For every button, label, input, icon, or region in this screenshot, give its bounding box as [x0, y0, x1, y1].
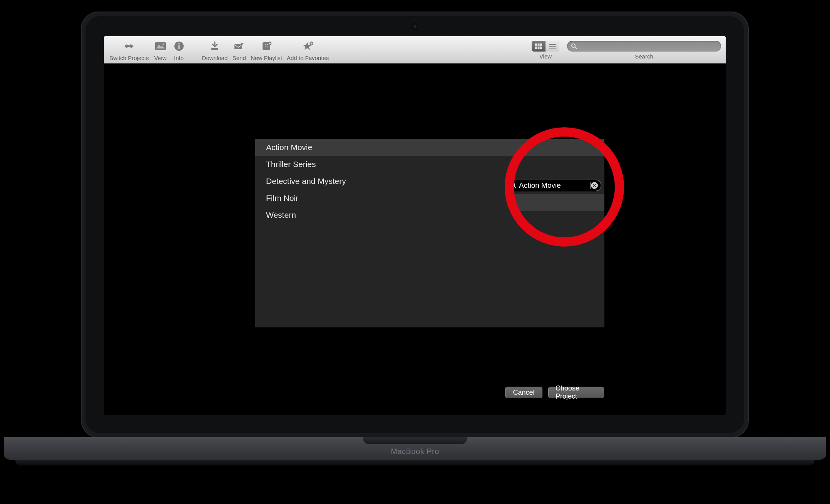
svg-rect-5	[211, 48, 218, 50]
svg-point-25	[511, 183, 515, 187]
view-button[interactable]: View	[154, 38, 167, 61]
toolbar-search-input[interactable]	[567, 41, 721, 52]
project-item-label: Detective and Mystery	[266, 177, 346, 186]
project-item-label: Western	[266, 210, 296, 220]
svg-line-24	[575, 47, 577, 49]
svg-point-8	[265, 44, 266, 45]
toolbar-label: Info	[174, 55, 184, 61]
list-view-button[interactable]	[546, 41, 559, 52]
toolbar: Switch Projects View Info	[104, 36, 726, 63]
view-mode-section: View	[532, 38, 559, 60]
toolbar-label: Download	[202, 55, 228, 61]
svg-point-4	[178, 43, 180, 45]
svg-point-1	[162, 43, 164, 45]
svg-rect-18	[538, 47, 540, 49]
project-list-item[interactable]: Thriller Series	[255, 156, 604, 173]
info-icon	[172, 39, 186, 53]
view-section-label: View	[539, 53, 552, 60]
close-icon	[592, 184, 596, 187]
laptop-notch	[363, 437, 467, 444]
laptop-deck-bottom	[15, 460, 815, 466]
search-icon	[571, 43, 577, 49]
project-chooser-panel: Action Movie Thriller Series Detective a…	[255, 139, 604, 327]
cancel-button-label: Cancel	[513, 389, 534, 397]
laptop-frame: Switch Projects View Info	[81, 12, 749, 438]
svg-rect-15	[538, 43, 540, 46]
switch-projects-button[interactable]: Switch Projects	[109, 38, 149, 61]
download-icon	[208, 39, 222, 53]
svg-point-11	[267, 47, 268, 47]
toolbar-label: Switch Projects	[109, 55, 149, 61]
camera-dot	[412, 24, 418, 29]
new-playlist-button[interactable]: New Playlist	[251, 38, 282, 61]
svg-rect-21	[549, 46, 556, 47]
toolbar-label: Add to Favorites	[287, 55, 329, 61]
dialog-search-input[interactable]: Action Movie	[507, 180, 601, 191]
toolbar-label: View	[154, 55, 166, 61]
laptop-bezel: Switch Projects View Info	[85, 16, 744, 433]
toolbar-label: Send	[233, 55, 246, 61]
arrows-cycle-icon	[122, 39, 136, 53]
selection-row-preview	[510, 194, 604, 211]
laptop-deck: MacBook Pro	[0, 437, 830, 469]
search-icon	[510, 182, 517, 189]
project-item-label: Thriller Series	[266, 160, 316, 169]
app-body: Action Movie Thriller Series Detective a…	[104, 63, 726, 415]
download-button[interactable]: Download	[202, 38, 228, 61]
device-label: MacBook Pro	[4, 447, 826, 456]
laptop-deck-top: MacBook Pro	[4, 437, 826, 460]
screen: Switch Projects View Info	[104, 36, 726, 415]
info-button[interactable]: Info	[172, 38, 186, 61]
choose-project-button[interactable]: Choose Project	[548, 387, 604, 398]
send-button[interactable]: Send	[232, 38, 246, 61]
svg-rect-17	[535, 47, 537, 49]
add-favorite-button[interactable]: Add to Favorites	[287, 38, 329, 61]
cancel-button[interactable]: Cancel	[505, 387, 542, 398]
svg-point-10	[265, 47, 266, 47]
svg-rect-19	[540, 47, 542, 49]
clear-search-button[interactable]	[591, 182, 598, 189]
choose-button-label: Choose Project	[556, 384, 597, 401]
playlist-add-icon	[259, 39, 273, 53]
svg-rect-16	[540, 43, 542, 46]
toolbar-label: New Playlist	[251, 55, 282, 61]
dialog-search-value: Action Movie	[519, 181, 590, 190]
grid-view-button[interactable]	[532, 41, 546, 52]
star-plus-icon	[301, 39, 315, 53]
send-icon	[232, 39, 246, 53]
svg-rect-22	[549, 48, 556, 48]
svg-rect-20	[549, 44, 556, 45]
search-section-label: Search	[635, 53, 653, 60]
svg-rect-3	[178, 45, 179, 49]
svg-rect-6	[234, 44, 242, 49]
project-item-label: Film Noir	[266, 194, 298, 203]
svg-rect-14	[535, 43, 537, 46]
svg-line-26	[514, 186, 516, 188]
svg-point-9	[267, 44, 268, 45]
svg-point-23	[572, 44, 575, 47]
landscape-icon	[154, 39, 167, 53]
project-list-item[interactable]: Action Movie	[255, 139, 604, 156]
svg-rect-0	[155, 42, 166, 50]
project-item-label: Action Movie	[266, 143, 312, 152]
toolbar-search-section: Search	[567, 38, 721, 60]
view-segmented-control[interactable]	[532, 41, 559, 52]
